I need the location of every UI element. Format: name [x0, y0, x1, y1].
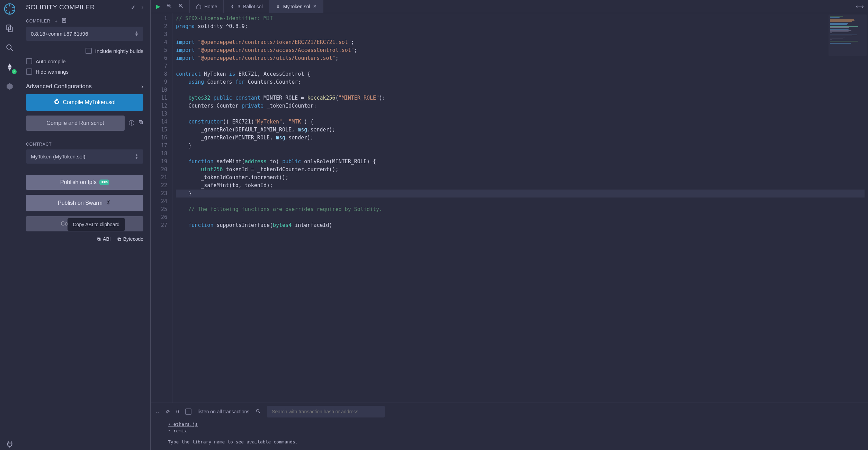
solidity-file-icon: [276, 4, 280, 9]
compiler-file-icon[interactable]: [62, 18, 66, 24]
svg-rect-9: [139, 120, 142, 123]
tab-home[interactable]: Home: [189, 0, 224, 13]
compiler-panel: SOLIDITY COMPILER ✓ › COMPILER + 0.8.18+…: [19, 0, 151, 450]
pending-tx-count: 0: [176, 409, 179, 414]
main-area: ▶ Home 3_Ballot.sol MyToken.sol ✕ ⟷ 1234: [151, 0, 868, 450]
hide-warnings-label: Hide warnings: [36, 69, 69, 75]
compile-run-script-button[interactable]: Compile and Run script: [26, 116, 125, 131]
close-tab-icon[interactable]: ✕: [313, 4, 317, 9]
hide-warnings-checkbox[interactable]: [26, 68, 32, 75]
compile-button[interactable]: Compile MyToken.sol: [26, 94, 143, 111]
expand-icon[interactable]: ⟷: [856, 3, 864, 10]
svg-point-3: [7, 45, 11, 49]
svg-line-16: [170, 7, 171, 8]
chevron-right-icon[interactable]: ›: [142, 4, 143, 11]
search-icon[interactable]: [3, 42, 16, 54]
plugin-manager-icon[interactable]: [3, 438, 16, 450]
refresh-icon: [54, 99, 60, 106]
contract-label: CONTRACT: [26, 142, 52, 147]
compiler-version-select[interactable]: 0.8.18+commit.87f61d96 ▲▼: [26, 27, 143, 41]
svg-line-20: [182, 7, 183, 8]
terminal-panel: ⌄ ⊘ 0 listen on all transactions ethers.…: [151, 403, 868, 450]
deploy-icon[interactable]: [3, 80, 16, 93]
copy-icon[interactable]: [138, 120, 143, 127]
clear-terminal-icon[interactable]: ⊘: [166, 409, 170, 414]
compiler-icon[interactable]: [3, 61, 16, 73]
svg-rect-13: [118, 238, 120, 240]
zoom-out-icon[interactable]: [167, 3, 172, 10]
select-arrows-icon: ▲▼: [135, 154, 138, 159]
remix-logo-icon[interactable]: [3, 3, 16, 15]
swarm-icon: [105, 199, 111, 207]
file-explorer-icon[interactable]: [3, 22, 16, 35]
run-icon[interactable]: ▶: [156, 3, 160, 10]
svg-rect-10: [98, 238, 100, 241]
code-content[interactable]: // SPDX-License-Identifier: MITpragma so…: [172, 13, 868, 403]
editor-topbar: ▶ Home 3_Ballot.sol MyToken.sol ✕ ⟷: [151, 0, 868, 13]
copy-bytecode-button[interactable]: Bytecode: [117, 236, 143, 242]
tx-search-input[interactable]: [267, 406, 385, 417]
listen-all-tx-checkbox[interactable]: [185, 408, 191, 415]
compiler-label: COMPILER: [26, 19, 51, 24]
auto-compile-checkbox[interactable]: [26, 58, 32, 64]
compile-success-badge-icon: [12, 69, 17, 74]
line-gutter: 1234567891011121314151617181920212223242…: [151, 13, 172, 403]
svg-rect-8: [140, 121, 143, 123]
svg-line-4: [11, 49, 12, 50]
svg-rect-11: [97, 238, 100, 240]
publish-swarm-button[interactable]: Publish on Swarm: [26, 195, 143, 211]
solidity-file-icon: [230, 4, 235, 9]
tab-mytoken[interactable]: MyToken.sol ✕: [269, 0, 323, 13]
tab-ballot[interactable]: 3_Ballot.sol: [224, 0, 269, 13]
nightly-builds-checkbox[interactable]: [86, 48, 92, 54]
icon-sidebar: [0, 0, 19, 450]
auto-compile-label: Auto compile: [36, 58, 66, 64]
terminal-output: ethers.js remix Type the library name to…: [151, 420, 868, 450]
zoom-in-icon[interactable]: [178, 3, 184, 10]
svg-line-22: [259, 412, 260, 413]
code-editor[interactable]: 1234567891011121314151617181920212223242…: [151, 13, 868, 403]
nightly-builds-label: Include nightly builds: [95, 48, 143, 54]
terminal-search-icon[interactable]: [256, 408, 261, 415]
add-compiler-icon[interactable]: +: [55, 18, 58, 24]
publish-ipfs-button[interactable]: Publish on Ipfs IPFS: [26, 175, 143, 190]
chevron-right-icon: ›: [141, 83, 143, 90]
info-icon[interactable]: ⓘ: [129, 120, 134, 127]
contract-select[interactable]: MyToken (MyToken.sol) ▲▼: [26, 149, 143, 164]
select-arrows-icon: ▲▼: [135, 31, 138, 36]
copy-abi-button[interactable]: ABI: [97, 236, 111, 242]
minimap[interactable]: [829, 15, 867, 56]
copy-abi-tooltip: Copy ABI to clipboard: [68, 218, 125, 231]
compile-status-icon: ✓: [131, 4, 135, 11]
home-icon: [196, 4, 202, 9]
collapse-terminal-icon[interactable]: ⌄: [155, 409, 160, 414]
advanced-configurations-toggle[interactable]: Advanced Configurations ›: [26, 77, 143, 94]
svg-rect-12: [118, 238, 121, 241]
svg-point-21: [257, 409, 259, 412]
listen-all-tx-label: listen on all transactions: [198, 409, 249, 414]
ipfs-icon: IPFS: [99, 180, 109, 185]
panel-title: SOLIDITY COMPILER: [26, 3, 95, 11]
